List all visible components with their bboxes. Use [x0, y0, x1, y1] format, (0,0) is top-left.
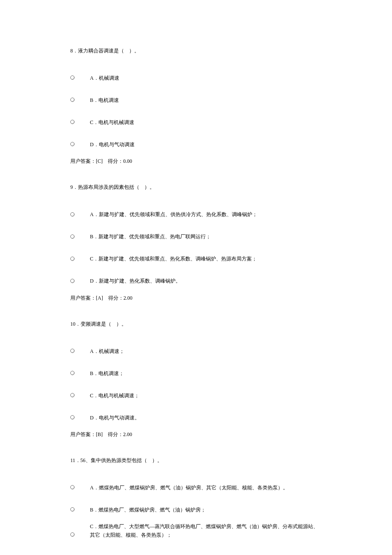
question-separator: ． — [73, 48, 78, 54]
option-content: 燃煤热电厂、大型燃气—蒸汽联合循环热电厂、燃煤锅炉房、燃气（油）锅炉房、分布式能… — [90, 523, 318, 538]
option-content: 燃煤热电厂、燃煤锅炉房、燃气（油）锅炉房、其它（太阳能、核能、各类热泵）。 — [99, 485, 288, 491]
option-text: D．电机与气动调速。 — [90, 414, 140, 422]
radio-icon[interactable] — [70, 75, 75, 80]
radio-icon[interactable] — [70, 98, 75, 102]
radio-icon[interactable] — [70, 507, 75, 512]
score-label: 得分： — [108, 158, 123, 164]
option-letter: A — [90, 485, 94, 491]
score-value: 2.00 — [123, 431, 132, 437]
radio-icon[interactable] — [70, 279, 75, 283]
option-row[interactable]: B．电机调速 — [70, 91, 322, 104]
radio-icon[interactable] — [70, 532, 75, 537]
option-letter: D — [90, 415, 94, 421]
user-answer-label: 用户答案： — [70, 158, 96, 164]
radio-icon[interactable] — [70, 120, 75, 124]
user-answer-line: 用户答案：[C] 得分：0.00 — [70, 157, 322, 165]
question-separator: ． — [75, 321, 81, 327]
option-letter: C — [90, 119, 93, 125]
radio-icon[interactable] — [70, 257, 75, 261]
option-row[interactable]: D．电机与气动调速。 — [70, 408, 322, 422]
question-separator: ． — [73, 184, 78, 190]
score-value: 2.00 — [124, 295, 133, 301]
option-text: B．新建与扩建、优先领域和重点、热电厂联网运行； — [90, 233, 211, 241]
question-text: 11．56、集中供热热源类型包括（ ）。 — [70, 457, 322, 465]
question-prompt: 变频调速是（ ）。 — [81, 321, 127, 327]
option-text: A．燃煤热电厂、燃煤锅炉房、燃气（油）锅炉房、其它（太阳能、核能、各类热泵）。 — [90, 484, 288, 492]
option-content: 电机调速； — [98, 370, 124, 376]
user-answer-line: 用户答案：[B] 得分：2.00 — [70, 431, 322, 439]
option-row[interactable]: B．新建与扩建、优先领域和重点、热电厂联网运行； — [70, 228, 322, 241]
option-letter: A — [90, 75, 94, 81]
option-row[interactable]: D．电机与气动调速 — [70, 135, 322, 149]
option-letter: C — [90, 523, 93, 529]
option-text: C．电机与机械调速； — [90, 392, 139, 400]
option-content: 新建与扩建、热化系数、调峰锅炉。 — [99, 278, 181, 284]
option-row[interactable]: A．燃煤热电厂、燃煤锅炉房、燃气（油）锅炉房、其它（太阳能、核能、各类热泵）。 — [70, 478, 322, 492]
question-prompt: 液力耦合器调速是（ ）。 — [78, 48, 139, 54]
user-answer-line: 用户答案：[A] 得分：2.00 — [70, 294, 322, 302]
option-text: B．燃煤热电厂、燃煤锅炉房、燃气（油）锅炉房； — [90, 506, 206, 514]
score-label: 得分： — [108, 295, 124, 301]
user-answer-label: 用户答案： — [70, 431, 96, 437]
user-answer-value: [A] — [96, 295, 103, 301]
radio-icon[interactable] — [70, 234, 75, 239]
question-number: 11 — [70, 457, 75, 463]
option-letter: B — [90, 507, 93, 513]
option-content: 新建与扩建、优先领域和重点、热电厂联网运行； — [98, 234, 211, 240]
option-content: 电机与气动调速。 — [99, 415, 140, 421]
option-letter: A — [90, 348, 94, 354]
option-row[interactable]: C．电机与机械调速； — [70, 386, 322, 400]
score-label: 得分： — [108, 431, 123, 437]
option-row[interactable]: C．电机与机械调速 — [70, 113, 322, 127]
question-block: 10．变频调速是（ ）。 A．机械调速； B．电机调速； C．电机与机械调速； … — [70, 320, 322, 439]
question-text: 9．热源布局涉及的因素包括（ ）。 — [70, 183, 322, 191]
radio-icon[interactable] — [70, 142, 75, 146]
option-row[interactable]: C．新建与扩建、优先领域和重点、热化系数、调峰锅炉、热源布局方案； — [70, 250, 322, 263]
option-row[interactable]: A．机械调速 — [70, 69, 322, 82]
radio-icon[interactable] — [70, 393, 75, 397]
option-letter: D — [90, 142, 94, 147]
option-text: C．燃煤热电厂、大型燃气—蒸汽联合循环热电厂、燃煤锅炉房、燃气（油）锅炉房、分布… — [90, 523, 322, 539]
question-block: 11．56、集中供热热源类型包括（ ）。 A．燃煤热电厂、燃煤锅炉房、燃气（油）… — [70, 457, 322, 539]
option-text: A．机械调速 — [90, 74, 119, 82]
option-row[interactable]: C．燃煤热电厂、大型燃气—蒸汽联合循环热电厂、燃煤锅炉房、燃气（油）锅炉房、分布… — [70, 523, 322, 539]
option-row[interactable]: B．电机调速； — [70, 364, 322, 378]
radio-icon[interactable] — [70, 371, 75, 375]
radio-icon[interactable] — [70, 349, 75, 353]
option-text: A．新建与扩建、优先领域和重点、供热供冷方式、热化系数、调峰锅炉； — [90, 211, 257, 219]
option-content: 燃煤热电厂、燃煤锅炉房、燃气（油）锅炉房； — [98, 507, 206, 513]
radio-icon[interactable] — [70, 485, 75, 489]
option-letter: C — [90, 393, 93, 399]
option-content: 电机与机械调速 — [98, 119, 134, 125]
option-content: 新建与扩建、优先领域和重点、供热供冷方式、热化系数、调峰锅炉； — [99, 211, 257, 217]
question-prompt: 热源布局涉及的因素包括（ ）。 — [78, 184, 155, 190]
question-text: 8．液力耦合器调速是（ ）。 — [70, 47, 322, 55]
option-row[interactable]: D．新建与扩建、热化系数、调峰锅炉。 — [70, 272, 322, 286]
option-content: 电机与机械调速； — [98, 393, 139, 399]
option-letter: C — [90, 256, 93, 262]
option-content: 电机调速 — [98, 97, 119, 103]
option-letter: D — [90, 278, 94, 284]
question-separator: ． — [75, 457, 81, 463]
option-content: 新建与扩建、优先领域和重点、热化系数、调峰锅炉、热源布局方案； — [98, 256, 257, 262]
option-letter: B — [90, 234, 93, 240]
option-row[interactable]: A．机械调速； — [70, 342, 322, 356]
question-block: 9．热源布局涉及的因素包括（ ）。 A．新建与扩建、优先领域和重点、供热供冷方式… — [70, 183, 322, 302]
question-text: 10．变频调速是（ ）。 — [70, 320, 322, 328]
user-answer-value: [B] — [96, 431, 103, 437]
question-list: 8．液力耦合器调速是（ ）。 A．机械调速 B．电机调速 C．电机与机械调速 D… — [70, 47, 322, 539]
option-row[interactable]: B．燃煤热电厂、燃煤锅炉房、燃气（油）锅炉房； — [70, 500, 322, 514]
radio-icon[interactable] — [70, 415, 75, 419]
user-answer-label: 用户答案： — [70, 295, 96, 301]
question-number: 10 — [70, 321, 75, 327]
option-row[interactable]: A．新建与扩建、优先领域和重点、供热供冷方式、热化系数、调峰锅炉； — [70, 205, 322, 219]
option-content: 机械调速 — [99, 75, 119, 81]
radio-icon[interactable] — [70, 212, 75, 217]
option-letter: B — [90, 97, 93, 103]
option-text: D．新建与扩建、热化系数、调峰锅炉。 — [90, 277, 181, 285]
user-answer-value: [C] — [96, 158, 103, 164]
option-text: B．电机调速 — [90, 96, 119, 104]
option-content: 机械调速； — [99, 348, 124, 354]
option-text: A．机械调速； — [90, 347, 124, 356]
option-text: C．电机与机械调速 — [90, 119, 134, 127]
